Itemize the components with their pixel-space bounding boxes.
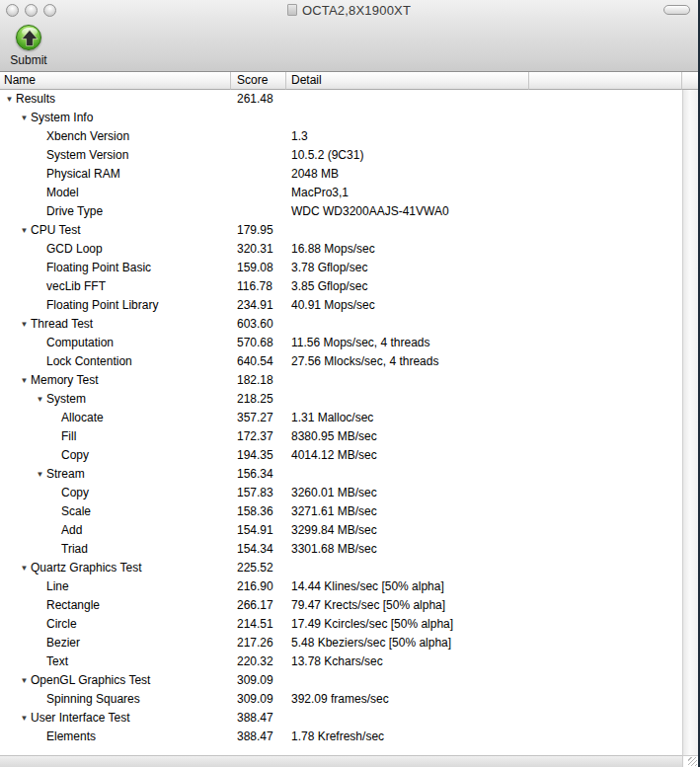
- column-header-score[interactable]: Score: [231, 72, 286, 90]
- row-detail: 10.5.2 (9C31): [286, 146, 698, 165]
- row-detail: 13.78 Kchars/sec: [286, 652, 698, 671]
- row-name-cell: ▼Thread Test: [0, 315, 231, 334]
- scrollbar-header-corner: [682, 72, 698, 90]
- row-name: CPU Test: [31, 221, 80, 240]
- row-name: vecLib FFT: [46, 277, 106, 296]
- row-score: 388.47: [231, 709, 286, 728]
- table-row[interactable]: Text220.3213.78 Kchars/sec: [0, 652, 698, 671]
- table-row[interactable]: ▼Quartz Graphics Test225.52: [0, 559, 698, 577]
- table-row[interactable]: Floating Point Basic159.083.78 Gflop/sec: [0, 259, 698, 277]
- table-row[interactable]: Rectangle266.1779.47 Krects/sec [50% alp…: [0, 596, 698, 615]
- row-detail: [286, 315, 698, 334]
- table-row[interactable]: Floating Point Library234.9140.91 Mops/s…: [0, 296, 698, 315]
- column-header-name[interactable]: Name: [0, 72, 231, 90]
- row-name: System Info: [31, 109, 93, 127]
- vertical-scrollbar[interactable]: [682, 90, 698, 755]
- table-row[interactable]: Drive TypeWDC WD3200AAJS-41VWA0: [0, 202, 698, 221]
- submit-button[interactable]: Submit: [5, 25, 52, 67]
- table-row[interactable]: Scale158.363271.61 MB/sec: [0, 502, 698, 521]
- row-detail: 16.88 Mops/sec: [286, 240, 698, 259]
- document-proxy-icon: [287, 4, 297, 16]
- disclosure-triangle-icon[interactable]: ▼: [35, 390, 45, 409]
- row-name-cell: Spinning Squares: [0, 690, 231, 709]
- table-row[interactable]: ModelMacPro3,1: [0, 184, 698, 202]
- row-detail: [286, 465, 698, 484]
- table-row[interactable]: ▼Memory Test182.18: [0, 371, 698, 390]
- row-detail: 14.44 Klines/sec [50% alpha]: [286, 577, 698, 596]
- row-detail: 392.09 frames/sec: [286, 690, 698, 709]
- row-detail: 1.3: [286, 127, 698, 146]
- row-detail: 1.78 Krefresh/sec: [286, 728, 698, 746]
- column-header-blank[interactable]: [529, 72, 682, 90]
- disclosure-triangle-icon[interactable]: ▼: [19, 671, 30, 690]
- row-detail: 1.31 Malloc/sec: [286, 409, 698, 427]
- disclosure-triangle-icon[interactable]: ▼: [19, 315, 30, 334]
- table-row[interactable]: vecLib FFT116.783.85 Gflop/sec: [0, 277, 698, 296]
- table-row[interactable]: Allocate357.271.31 Malloc/sec: [0, 409, 698, 427]
- disclosure-triangle-icon[interactable]: ▼: [35, 465, 45, 484]
- disclosure-triangle-icon[interactable]: ▼: [19, 559, 30, 577]
- row-name: Floating Point Basic: [46, 259, 151, 277]
- table-row[interactable]: Computation570.6811.56 Mops/sec, 4 threa…: [0, 334, 698, 352]
- row-name-cell: Rectangle: [0, 596, 231, 615]
- table-row[interactable]: Copy157.833260.01 MB/sec: [0, 484, 698, 502]
- row-name-cell: vecLib FFT: [0, 277, 231, 296]
- row-score: 156.34: [231, 465, 286, 484]
- bottom-bar: [0, 755, 698, 767]
- disclosure-triangle-icon[interactable]: ▼: [19, 221, 30, 240]
- title-bar[interactable]: OCTA2,8X1900XT: [0, 0, 698, 20]
- row-name: Drive Type: [46, 202, 103, 221]
- table-row[interactable]: ▼User Interface Test388.47: [0, 709, 698, 728]
- table-row[interactable]: Line216.9014.44 Klines/sec [50% alpha]: [0, 577, 698, 596]
- resize-grip[interactable]: [682, 755, 698, 767]
- status-strip: [0, 755, 682, 767]
- disclosure-triangle-icon[interactable]: ▼: [19, 109, 30, 127]
- table-row[interactable]: Bezier217.265.48 Kbeziers/sec [50% alpha…: [0, 634, 698, 652]
- table-row[interactable]: Add154.913299.84 MB/sec: [0, 521, 698, 540]
- row-name-cell: ▼OpenGL Graphics Test: [0, 671, 231, 690]
- row-detail: 3299.84 MB/sec: [286, 521, 698, 540]
- row-name: Physical RAM: [46, 165, 120, 184]
- toolbar-toggle-button[interactable]: [663, 5, 690, 15]
- row-score: 570.68: [231, 334, 286, 352]
- row-name-cell: Xbench Version: [0, 127, 231, 146]
- table-row[interactable]: ▼CPU Test179.95: [0, 221, 698, 240]
- row-name: Results: [16, 90, 55, 109]
- row-name: Quartz Graphics Test: [31, 559, 142, 577]
- table-row[interactable]: ▼System218.25: [0, 390, 698, 409]
- table-row[interactable]: Spinning Squares309.09392.09 frames/sec: [0, 690, 698, 709]
- table-row[interactable]: Copy194.354014.12 MB/sec: [0, 446, 698, 465]
- table-row[interactable]: ▼System Info: [0, 109, 698, 127]
- row-name: Xbench Version: [46, 127, 129, 146]
- table-row[interactable]: Lock Contention640.5427.56 Mlocks/sec, 4…: [0, 352, 698, 371]
- table-row[interactable]: GCD Loop320.3116.88 Mops/sec: [0, 240, 698, 259]
- row-score: 357.27: [231, 409, 286, 427]
- row-score: 320.31: [231, 240, 286, 259]
- table-row[interactable]: ▼Thread Test603.60: [0, 315, 698, 334]
- row-name: Circle: [46, 615, 77, 634]
- row-score: 158.36: [231, 502, 286, 521]
- table-row[interactable]: Triad154.343301.68 MB/sec: [0, 540, 698, 559]
- row-name: Fill: [61, 427, 76, 446]
- table-row[interactable]: ▼Results261.48: [0, 90, 698, 109]
- row-name: Add: [61, 521, 82, 540]
- disclosure-triangle-icon[interactable]: ▼: [19, 709, 30, 728]
- table-row[interactable]: ▼Stream156.34: [0, 465, 698, 484]
- disclosure-triangle-icon[interactable]: ▼: [4, 90, 15, 109]
- row-name-cell: Add: [0, 521, 231, 540]
- table-row[interactable]: Physical RAM2048 MB: [0, 165, 698, 184]
- table-row[interactable]: ▼OpenGL Graphics Test309.09: [0, 671, 698, 690]
- column-header-detail[interactable]: Detail: [286, 72, 529, 90]
- row-detail: 3271.61 MB/sec: [286, 502, 698, 521]
- row-name: Scale: [61, 502, 91, 521]
- table-row[interactable]: Xbench Version1.3: [0, 127, 698, 146]
- table-row[interactable]: Elements388.471.78 Krefresh/sec: [0, 728, 698, 746]
- table-row[interactable]: Circle214.5117.49 Kcircles/sec [50% alph…: [0, 615, 698, 634]
- row-name-cell: Lock Contention: [0, 352, 231, 371]
- row-name: Line: [46, 577, 69, 596]
- row-name-cell: Circle: [0, 615, 231, 634]
- table-row[interactable]: Fill172.378380.95 MB/sec: [0, 427, 698, 446]
- row-detail: [286, 709, 698, 728]
- table-row[interactable]: System Version10.5.2 (9C31): [0, 146, 698, 165]
- disclosure-triangle-icon[interactable]: ▼: [19, 371, 30, 390]
